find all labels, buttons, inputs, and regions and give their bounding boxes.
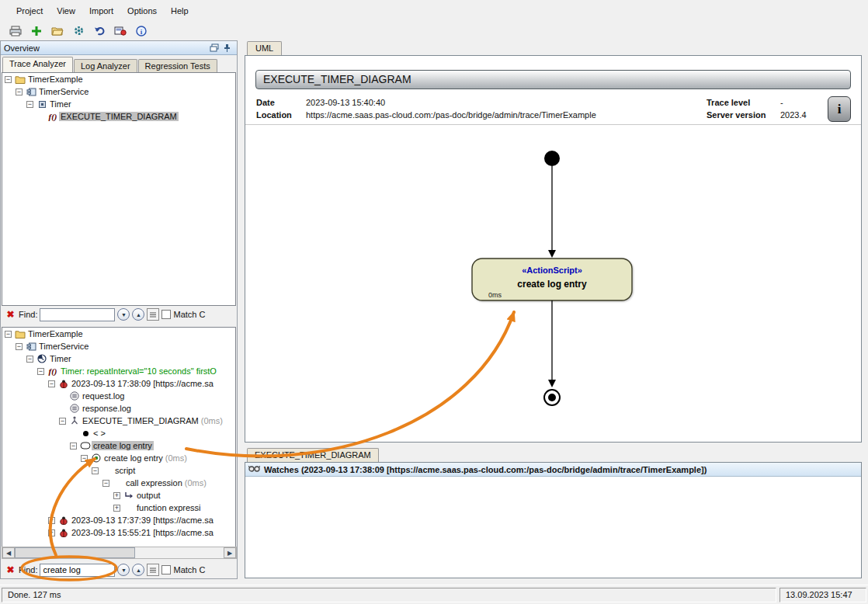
tree-expander-icon[interactable]: − [16, 89, 23, 95]
tab-trace-analyzer[interactable]: Trace Analyzer [2, 57, 73, 72]
tree-expander-icon[interactable]: + [113, 505, 120, 512]
tree-item-timer[interactable]: −Timer [2, 98, 235, 110]
tab-log-analyzer[interactable]: Log Analyzer [74, 59, 137, 72]
action-icon [79, 442, 92, 450]
tree-expander-icon[interactable]: − [59, 418, 66, 425]
tree-expander-icon[interactable]: − [26, 101, 33, 108]
tree-item-function-expressi[interactable]: +function expressi [2, 502, 235, 514]
find-input-top[interactable] [40, 308, 115, 321]
horizontal-scrollbar[interactable]: ◀ ▶ [2, 547, 237, 559]
undo-icon[interactable] [90, 23, 109, 40]
menu-item-import[interactable]: Import [82, 2, 120, 19]
trace-tree: −TimerExample−TimerService−Timer−f()Time… [2, 327, 236, 547]
dot-icon [79, 431, 92, 436]
scroll-left-button[interactable]: ◀ [2, 547, 15, 558]
scroll-right-button[interactable]: ▶ [224, 547, 236, 558]
tree-item-response-log[interactable]: response.log [2, 402, 235, 415]
tree-expander-icon[interactable]: − [5, 76, 12, 83]
tab-execute-timer-diagram[interactable]: EXECUTE_TIMER_DIAGRAM [247, 448, 379, 462]
find-prev-button[interactable]: ▲ [132, 308, 144, 321]
find-bar-top: ✖ Find: ▼ ▲ Match C [2, 306, 237, 323]
scrollbar-track[interactable] [135, 547, 224, 558]
match-case-checkbox[interactable] [161, 310, 171, 319]
find-prev-button[interactable]: ▲ [132, 564, 144, 576]
location-label: Location [256, 110, 306, 120]
info-button[interactable]: i [828, 96, 851, 122]
model-tree: −TimerExample−TimerService−Timerf()EXECU… [2, 72, 236, 306]
tree-item-execute-timer-diagram[interactable]: f()EXECUTE_TIMER_DIAGRAM [2, 110, 235, 123]
arrowhead [548, 380, 556, 387]
tree-item-execute-timer-diagram[interactable]: −EXECUTE_TIMER_DIAGRAM (0ms) [2, 415, 235, 427]
tree-item-label: call expression [124, 478, 184, 488]
diagram-icon [68, 416, 81, 425]
status-bar: Done. 127 ms 13.09.2023 15:47 [0, 585, 868, 604]
tree-item-create-log-entry[interactable]: −create log entry (0ms) [2, 452, 235, 464]
float-window-icon[interactable] [207, 42, 220, 54]
menu-bar: ProjectViewImportOptionsHelp [0, 0, 868, 21]
menu-item-view[interactable]: View [50, 2, 82, 19]
match-case-checkbox[interactable] [161, 565, 171, 574]
add-icon[interactable] [27, 23, 46, 40]
menu-item-help[interactable]: Help [164, 2, 196, 19]
tree-item-2023-09-13-15-55-21-https-acme-sa[interactable]: +2023-09-13 15:55:21 [https://acme.sa [2, 526, 235, 539]
watches-icon [248, 464, 260, 474]
tree-item-script[interactable]: −script [2, 464, 235, 477]
tab-regression-tests[interactable]: Regression Tests [138, 59, 217, 72]
tab-uml[interactable]: UML [247, 41, 282, 55]
tree-expander-icon[interactable]: − [81, 455, 88, 462]
find-close-icon[interactable]: ✖ [5, 564, 16, 575]
snapshot-icon[interactable] [111, 23, 130, 40]
tree-expander-icon[interactable]: − [70, 443, 77, 450]
tree-expander-icon[interactable]: + [48, 529, 55, 536]
find-next-button[interactable]: ▼ [117, 308, 130, 321]
find-options-button[interactable] [147, 564, 159, 576]
open-icon[interactable] [48, 23, 67, 40]
function-icon: f() [47, 366, 59, 376]
tree-item-timerservice[interactable]: −TimerService [2, 340, 235, 352]
tree-expander-icon[interactable]: − [37, 368, 44, 375]
tree-item-label: Timer [48, 99, 73, 109]
tree-expander-icon[interactable]: + [48, 517, 55, 524]
scrollbar-thumb[interactable] [15, 547, 135, 558]
tree-item-label: TimerExample [26, 75, 85, 84]
action-stereotype: «ActionScript» [522, 266, 582, 275]
find-options-button[interactable] [147, 308, 159, 321]
find-next-button[interactable]: ▼ [117, 564, 130, 576]
info-icon[interactable]: i [132, 23, 151, 40]
watches-title: Watches (2023-09-13 17:38:09 [https://ac… [264, 465, 707, 474]
tree-expander-icon[interactable]: − [16, 343, 23, 350]
tree-item-create-log-entry[interactable]: −create log entry [2, 439, 235, 452]
tree-expander-icon[interactable]: − [48, 380, 55, 387]
overview-title: Overview [4, 43, 207, 53]
menu-item-project[interactable]: Project [9, 2, 50, 19]
tree-item-item[interactable]: < > [2, 427, 235, 439]
find-input-bottom[interactable] [40, 564, 115, 577]
tree-expander-icon[interactable]: + [113, 492, 120, 499]
tree-item-call-expression[interactable]: −call expression (0ms) [2, 477, 235, 489]
tree-item-timerexample[interactable]: −TimerExample [2, 73, 235, 85]
tree-expander-icon[interactable]: − [26, 356, 33, 363]
tree-item-2023-09-13-17-38-09-https-acme-sa[interactable]: −2023-09-13 17:38:09 [https://acme.sa [2, 377, 235, 390]
tree-item-2023-09-13-17-37-39-https-acme-sa[interactable]: +2023-09-13 17:37:39 [https://acme.sa [2, 514, 235, 526]
tree-item-label: EXECUTE_TIMER_DIAGRAM [59, 112, 179, 121]
tree-item-timerservice[interactable]: −TimerService [2, 85, 235, 98]
tree-item-request-log[interactable]: request.log [2, 390, 235, 402]
tree-item-timer[interactable]: −Timer [2, 352, 235, 365]
tree-expander-icon[interactable]: − [92, 467, 99, 474]
menu-item-options[interactable]: Options [120, 2, 164, 19]
tree-item-output[interactable]: +output [2, 489, 235, 502]
find-close-icon[interactable]: ✖ [5, 309, 16, 320]
tree-item-timer-repeatinterval-10-seconds-firsto[interactable]: −f()Timer: repeatInterval="10 seconds" f… [2, 365, 235, 377]
log-icon [68, 404, 81, 413]
settings-icon[interactable] [69, 23, 88, 40]
tree-expander-icon[interactable]: − [5, 331, 12, 338]
watches-panel: Watches (2023-09-13 17:38:09 [https://ac… [245, 462, 862, 578]
action-run-icon [90, 453, 102, 463]
pin-icon[interactable] [220, 42, 234, 54]
tree-item-timerexample[interactable]: −TimerExample [2, 328, 235, 340]
tree-item-label: TimerExample [26, 329, 85, 338]
duration-suffix: (0ms) [200, 416, 223, 425]
tree-expander-icon[interactable]: − [102, 480, 109, 487]
print-icon[interactable] [6, 23, 25, 40]
tree-item-label: response.log [81, 404, 133, 413]
